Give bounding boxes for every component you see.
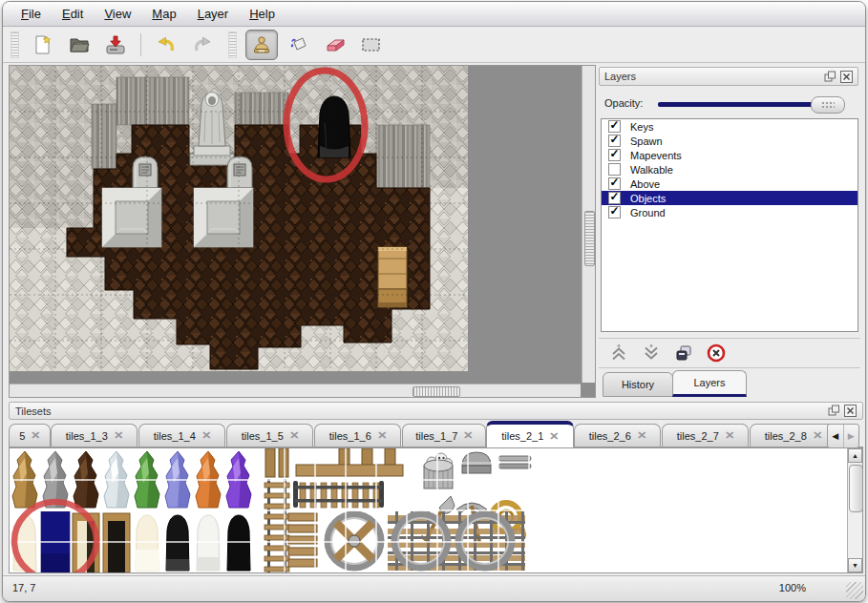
tileset-tab-tiles_1_6[interactable]: tiles_1_6 ✕ — [314, 424, 401, 447]
redo-button[interactable] — [187, 31, 218, 59]
map-horizontal-scrollbar[interactable] — [10, 384, 581, 397]
menu-edit[interactable]: Edit — [52, 3, 94, 25]
cursor-position: 17, 7 — [12, 582, 35, 593]
tileset-tab-tiles_2_1-active[interactable]: tiles_2_1 ✕ — [486, 421, 574, 447]
delete-layer-button[interactable] — [704, 342, 729, 364]
close-panel-icon[interactable] — [844, 405, 857, 417]
tilesets-panel-title: Tilesets — [15, 405, 52, 417]
scroll-up-button[interactable]: ▲ — [848, 448, 862, 463]
menu-help[interactable]: Help — [239, 3, 286, 25]
open-map-button[interactable] — [64, 31, 95, 59]
layer-row-above[interactable]: ✓ Above — [602, 177, 857, 191]
tileset-tab-tiles_1_7[interactable]: tiles_1_7 ✕ — [402, 424, 486, 447]
move-layer-up-button[interactable] — [606, 342, 631, 364]
tileset-tab-tiles_2_6[interactable]: tiles_2_6 ✕ — [574, 424, 661, 447]
layer-row-objects-selected[interactable]: ✓ Objects — [602, 191, 857, 205]
move-layer-down-button[interactable] — [639, 342, 664, 364]
skull-bucket-tile — [424, 453, 453, 489]
close-tab-icon[interactable]: ✕ — [637, 429, 646, 441]
new-document-icon — [32, 33, 54, 56]
close-tab-icon[interactable]: ✕ — [289, 429, 299, 441]
layer-visibility-checkbox[interactable] — [608, 163, 621, 176]
map-horizontal-scroll-thumb[interactable] — [413, 386, 460, 397]
layer-visibility-checkbox[interactable]: ✓ — [608, 135, 621, 147]
layer-visibility-checkbox[interactable]: ✓ — [608, 192, 621, 204]
layer-row-ground[interactable]: ✓ Ground — [602, 205, 857, 219]
tab-label: tiles_2_8 — [765, 430, 807, 442]
window-resize-grip[interactable] — [846, 582, 863, 599]
toolbar-drag-handle[interactable] — [11, 31, 19, 58]
tileset-tab-tiles_1_3[interactable]: tiles_1_3 ✕ — [51, 424, 138, 447]
menu-file[interactable]: File — [11, 3, 52, 25]
close-tab-icon[interactable]: ✕ — [813, 429, 822, 441]
redo-icon — [191, 33, 214, 56]
close-tab-icon[interactable]: ✕ — [201, 429, 211, 441]
map-vertical-scrollbar[interactable] — [582, 66, 595, 383]
tileset-canvas[interactable] — [10, 448, 847, 572]
tileset-scroll-thumb[interactable] — [849, 465, 863, 512]
tileset-tab-5[interactable]: 5 ✕ — [9, 424, 51, 447]
tileset-tabbar: 5 ✕ tiles_1_3 ✕ tiles_1_4 ✕ tiles_1_5 ✕ … — [9, 421, 863, 447]
layer-visibility-checkbox[interactable]: ✓ — [608, 177, 621, 190]
layer-row-spawn[interactable]: ✓ Spawn — [602, 134, 857, 148]
layer-row-mapevents[interactable]: ✓ Mapevents — [602, 148, 857, 162]
eraser-tool-button[interactable] — [320, 31, 350, 59]
close-tab-icon[interactable]: ✕ — [377, 429, 387, 441]
tileset-tab-tiles_2_7[interactable]: tiles_2_7 ✕ — [662, 424, 749, 447]
layer-row-keys[interactable]: ✓ Keys — [602, 119, 857, 134]
tab-label: tiles_1_6 — [329, 430, 371, 442]
tileset-tab-tiles_1_4[interactable]: tiles_1_4 ✕ — [138, 424, 225, 447]
tab-label: tiles_1_4 — [154, 430, 196, 442]
layer-label: Objects — [630, 193, 666, 204]
tileset-tab-tiles_1_5[interactable]: tiles_1_5 ✕ — [226, 424, 313, 447]
open-folder-icon — [68, 33, 91, 56]
undo-button[interactable] — [151, 31, 181, 59]
slider-grip-dots — [821, 101, 835, 109]
gravestone — [227, 156, 252, 188]
dock-tab-layers[interactable]: Layers — [672, 370, 747, 397]
fill-tool-button[interactable] — [284, 31, 314, 59]
cliff-face — [116, 77, 189, 125]
menu-layer[interactable]: Layer — [187, 3, 240, 25]
opacity-slider-handle[interactable] — [811, 96, 845, 114]
menu-bar: File Edit View Map Layer Help — [3, 2, 865, 27]
layer-row-walkable[interactable]: Walkable — [602, 162, 857, 177]
gravestone — [133, 156, 158, 188]
layer-label: Spawn — [630, 135, 663, 147]
close-tab-icon[interactable]: ✕ — [725, 429, 734, 441]
menu-map[interactable]: Map — [141, 3, 186, 25]
layer-visibility-checkbox[interactable]: ✓ — [608, 206, 621, 218]
opacity-label: Opacity: — [604, 97, 643, 109]
menu-view[interactable]: View — [94, 3, 141, 25]
tab-label: tiles_1_3 — [66, 430, 108, 442]
save-map-button[interactable] — [100, 31, 131, 59]
dock-tab-history[interactable]: History — [603, 372, 673, 397]
tilesets-panel-titlebar: Tilesets — [9, 402, 863, 420]
tileset-vertical-scrollbar[interactable]: ▲ ▼ — [847, 448, 862, 572]
layer-visibility-checkbox[interactable]: ✓ — [608, 149, 621, 161]
scroll-down-button[interactable]: ▼ — [848, 558, 862, 572]
new-map-button[interactable] — [28, 31, 58, 59]
stone-pot-tile — [462, 452, 491, 473]
float-panel-icon[interactable] — [828, 405, 840, 417]
select-tool-button[interactable] — [356, 31, 387, 59]
close-tab-icon[interactable]: ✕ — [31, 429, 40, 441]
close-tab-icon[interactable]: ✕ — [463, 429, 473, 441]
duplicate-layer-button[interactable] — [671, 342, 696, 364]
float-panel-icon[interactable] — [824, 71, 836, 83]
opacity-slider-track[interactable] — [658, 102, 832, 107]
close-tab-icon[interactable]: ✕ — [114, 429, 123, 441]
toolbar-drag-handle[interactable] — [228, 31, 237, 58]
layer-visibility-checkbox[interactable]: ✓ — [608, 120, 621, 133]
close-tab-icon[interactable]: ✕ — [549, 430, 559, 442]
stamp-tool-button[interactable] — [245, 30, 278, 60]
close-panel-icon[interactable] — [840, 71, 853, 83]
map-content — [10, 66, 468, 371]
scroll-tabs-left-button[interactable]: ◀ — [828, 425, 844, 447]
layer-list[interactable]: ✓ Keys ✓ Spawn ✓ Mapevents Walkable ✓ Ab… — [601, 118, 858, 332]
map-scene — [10, 66, 581, 383]
scroll-tabs-right-button[interactable]: ▶ — [844, 425, 859, 447]
map-canvas[interactable] — [10, 66, 581, 383]
tileset-tab-tiles_2_8[interactable]: tiles_2_8 ✕ — [750, 424, 836, 447]
map-vertical-scroll-thumb[interactable] — [584, 211, 595, 266]
